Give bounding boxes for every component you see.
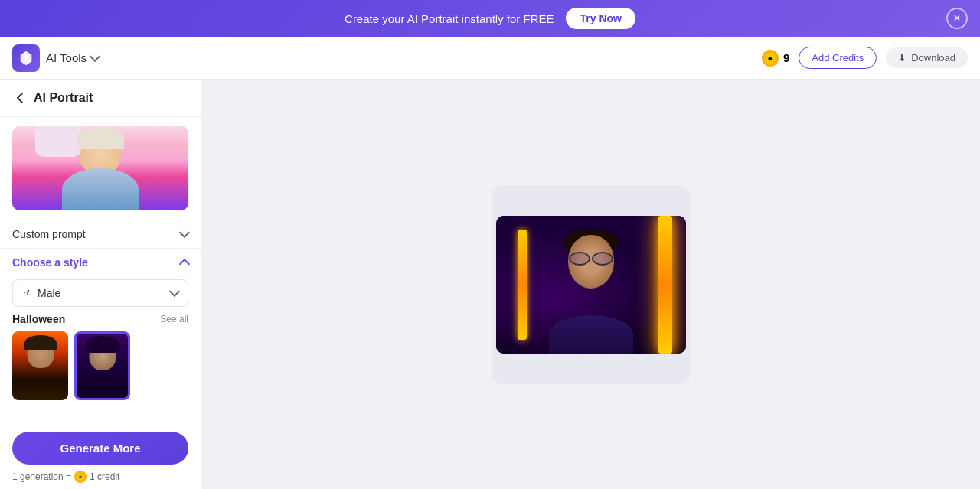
style-thumb-halloween-1[interactable] xyxy=(12,331,68,400)
ai-tools-menu-button[interactable]: AI Tools xyxy=(46,51,99,64)
male-symbol-icon: ♂ xyxy=(22,286,31,300)
gender-selector[interactable]: ♂ Male xyxy=(12,279,188,307)
custom-prompt-label: Custom prompt xyxy=(12,228,86,240)
credits-badge: ● 9 xyxy=(762,50,789,67)
hair-overlay xyxy=(77,128,124,149)
custom-prompt-toggle[interactable]: Custom prompt xyxy=(0,220,201,249)
choose-style-toggle[interactable]: Choose a style xyxy=(0,249,201,276)
chevron-down-icon xyxy=(90,51,100,61)
main-layout: AI Portrait Custom prompt Choose a style… xyxy=(0,80,980,489)
app-header: AI Tools ● 9 Add Credits ⬇ Download xyxy=(0,37,980,80)
sidebar-title: AI Portrait xyxy=(34,91,93,105)
credits-info: 1 generation = ● 1 credit xyxy=(0,465,201,489)
style-thumb-halloween-2[interactable] xyxy=(74,331,130,400)
style-section-title: Halloween xyxy=(12,313,65,325)
back-arrow-icon xyxy=(12,90,28,106)
header-actions: ● 9 Add Credits ⬇ Download xyxy=(762,47,968,69)
coin-icon: ● xyxy=(762,50,779,67)
back-button[interactable] xyxy=(12,90,28,106)
credits-info-text-suffix: 1 credit xyxy=(90,471,119,482)
gender-left: ♂ Male xyxy=(22,286,60,300)
style-thumbnails xyxy=(12,331,188,400)
photo-preview[interactable] xyxy=(12,126,188,210)
body-shape xyxy=(62,168,139,210)
promo-banner: Create your AI Portrait instantly for FR… xyxy=(0,0,980,37)
halloween-thumb-2-image xyxy=(77,334,128,398)
banner-text: Create your AI Portrait instantly for FR… xyxy=(345,12,554,25)
neon-portrait-visual xyxy=(496,216,686,354)
see-all-link[interactable]: See all xyxy=(160,314,188,324)
credits-info-text-prefix: 1 generation = xyxy=(12,471,71,482)
custom-prompt-chevron-icon xyxy=(179,227,190,238)
generate-button-container: Generate More xyxy=(0,432,201,465)
generate-more-button[interactable]: Generate More xyxy=(12,432,188,465)
choose-style-label: Choose a style xyxy=(12,256,88,269)
glasses-icon xyxy=(569,252,613,262)
download-label: Download xyxy=(911,52,956,64)
logo-icon xyxy=(18,50,34,67)
style-section: Halloween See all xyxy=(0,313,201,425)
mini-coin-icon: ● xyxy=(74,471,87,483)
sidebar-header: AI Portrait xyxy=(0,80,201,117)
download-button[interactable]: ⬇ Download xyxy=(886,47,968,68)
person-silhouette xyxy=(12,126,188,210)
gender-chevron-icon xyxy=(169,286,180,297)
style-section-header: Halloween See all xyxy=(12,313,188,325)
download-icon: ⬇ xyxy=(898,52,906,64)
body xyxy=(549,315,633,354)
gender-label: Male xyxy=(38,287,60,299)
credits-count: 9 xyxy=(783,51,789,64)
app-logo xyxy=(12,44,40,72)
try-now-button[interactable]: Try Now xyxy=(566,8,635,29)
ai-tools-label: AI Tools xyxy=(46,51,87,64)
content-area xyxy=(201,80,980,489)
sidebar: AI Portrait Custom prompt Choose a style… xyxy=(0,80,201,489)
portrait-card xyxy=(492,185,691,384)
add-credits-button[interactable]: Add Credits xyxy=(799,47,877,69)
portrait-image[interactable] xyxy=(496,216,686,354)
halloween-thumb-1-image xyxy=(12,331,68,400)
choose-style-chevron-icon xyxy=(179,259,190,269)
banner-close-button[interactable]: × xyxy=(946,8,968,29)
